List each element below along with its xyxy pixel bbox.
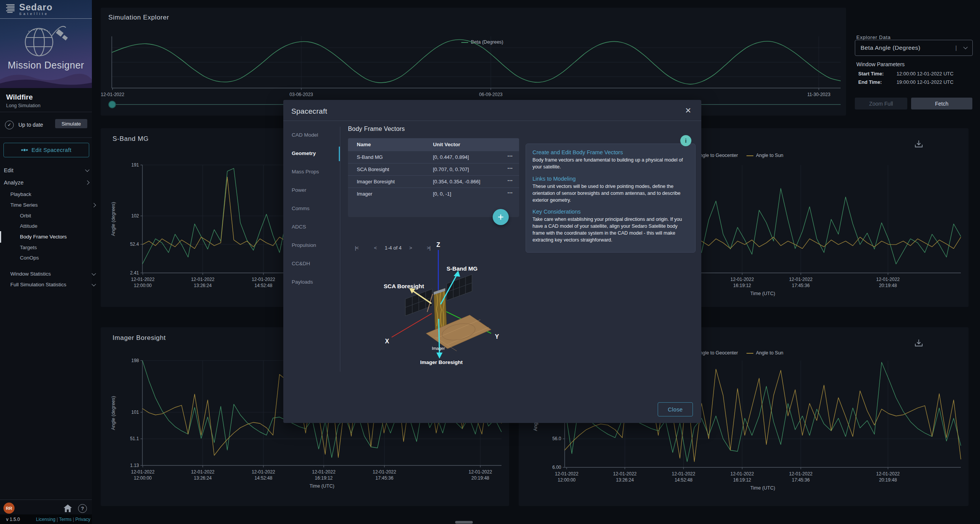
info-body: Body frame vectors are fundamental to bu… bbox=[532, 157, 689, 171]
chevron-right-icon bbox=[85, 180, 89, 184]
row-menu-icon[interactable]: ••• bbox=[508, 167, 513, 170]
svg-text:11-30-2023: 11-30-2023 bbox=[807, 92, 831, 97]
spacecraft-icon bbox=[21, 147, 28, 153]
spacecraft-3d-viewer[interactable]: Z X Y S-Band MG SCA Boresight Imager Ima… bbox=[369, 235, 523, 384]
svg-text:03-06-2023: 03-06-2023 bbox=[289, 92, 313, 97]
row-menu-icon[interactable]: ••• bbox=[508, 154, 513, 158]
tab-mass-props[interactable]: Mass Props bbox=[292, 169, 338, 178]
table-row[interactable]: S-Band MG [0, 0.447, 0.894] ••• bbox=[348, 151, 519, 163]
tab-geometry[interactable]: Geometry bbox=[292, 150, 338, 160]
body-frame-vectors-table: Name Unit Vector S-Band MG [0, 0.447, 0.… bbox=[348, 138, 519, 217]
brand-block: Sedaro Satellite Mission Designer bbox=[0, 0, 92, 88]
svg-text:12-01-202217:45:36: 12-01-202217:45:36 bbox=[789, 471, 813, 483]
privacy-link[interactable]: Privacy bbox=[75, 517, 90, 522]
active-tab-indicator bbox=[339, 147, 340, 161]
svg-text:12-01-202213:26:24: 12-01-202213:26:24 bbox=[613, 471, 637, 483]
product-title: Mission Designer bbox=[0, 60, 92, 71]
info-heading: Key Considerations bbox=[532, 209, 689, 215]
sidebar-item-playback[interactable]: Playback bbox=[0, 189, 102, 199]
sidebar-item-body-frame-vectors[interactable]: Body Frame Vectors bbox=[0, 232, 112, 242]
svg-text:51.1: 51.1 bbox=[130, 436, 139, 441]
svg-text:12-01-202212:00:00: 12-01-202212:00:00 bbox=[131, 469, 155, 481]
tab-power[interactable]: Power bbox=[292, 187, 338, 196]
tab-propulsion[interactable]: Propulsion bbox=[292, 242, 338, 251]
close-button[interactable]: Close bbox=[658, 402, 693, 416]
table-row[interactable]: SCA Boresight [0.707, 0, 0.707] ••• bbox=[348, 163, 519, 176]
sidebar-item-edit[interactable]: Edit bbox=[0, 165, 96, 175]
column-header-name: Name bbox=[357, 142, 371, 147]
y-axis-label: Y bbox=[495, 333, 499, 340]
svg-text:12-01-202217:45:36: 12-01-202217:45:36 bbox=[373, 469, 397, 481]
chevron-down-icon bbox=[963, 45, 967, 49]
svg-text:12-01-202214:52:48: 12-01-202214:52:48 bbox=[252, 469, 275, 481]
zoom-full-button[interactable]: Zoom Full bbox=[855, 98, 907, 109]
svg-text:Time (UTC): Time (UTC) bbox=[750, 291, 775, 296]
chevron-down-icon bbox=[85, 168, 89, 172]
tab-comms[interactable]: Comms bbox=[292, 206, 338, 215]
table-row[interactable]: Imager Boresight [0.354, 0.354, -0.866] … bbox=[348, 176, 519, 188]
version-label: v 1.5.0 bbox=[6, 517, 20, 522]
beta-angle-chart[interactable]: 12-01-202203-06-202306-09-202311-30-2023 bbox=[101, 8, 846, 116]
fetch-button[interactable]: Fetch bbox=[911, 98, 972, 109]
tab-payloads[interactable]: Payloads bbox=[292, 279, 338, 288]
section-heading: Body Frame Vectors bbox=[348, 126, 405, 132]
info-body: These unit vectors will be used to drive… bbox=[532, 183, 689, 204]
avatar[interactable]: RR bbox=[3, 503, 15, 514]
sidebar-item-time-series[interactable]: Time Series bbox=[0, 200, 102, 210]
chevron-down-icon bbox=[91, 271, 96, 276]
table-header: Name Unit Vector bbox=[348, 138, 519, 151]
time-range-slider-handle[interactable] bbox=[108, 101, 116, 108]
table-row[interactable]: Imager [0, 0, -1] ••• bbox=[348, 188, 519, 200]
licensing-link[interactable]: Licensing bbox=[36, 517, 56, 522]
terms-link[interactable]: Terms bbox=[59, 517, 72, 522]
svg-text:12-01-202217:45:36: 12-01-202217:45:36 bbox=[789, 277, 813, 288]
sidebar-item-full-simulation-statistics[interactable]: Full Simulation Statistics bbox=[0, 280, 102, 290]
sidebar-item-attitude[interactable]: Attitude bbox=[0, 221, 112, 231]
end-time-value: 19:00:00 12-01-2022 UTC bbox=[897, 79, 954, 85]
svg-text:12-01-202220:19:48: 12-01-202220:19:48 bbox=[876, 277, 900, 288]
column-header-unit-vector: Unit Vector bbox=[433, 142, 460, 147]
explorer-data-select[interactable]: Beta Angle (Degrees) | bbox=[855, 40, 973, 56]
sidebar-item-analyze[interactable]: Analyze bbox=[0, 178, 96, 188]
svg-text:12-01-2022: 12-01-2022 bbox=[101, 92, 124, 97]
svg-text:Time (UTC): Time (UTC) bbox=[310, 483, 335, 489]
svg-text:2.41: 2.41 bbox=[130, 270, 139, 276]
svg-text:102: 102 bbox=[131, 213, 139, 219]
info-heading: Links to Modeling bbox=[532, 176, 689, 182]
row-menu-icon[interactable]: ••• bbox=[508, 179, 513, 183]
start-time-value: 12:00:00 12-01-2022 UTC bbox=[897, 71, 954, 77]
svg-text:12-01-202216:19:12: 12-01-202216:19:12 bbox=[312, 469, 336, 481]
info-icon[interactable]: i bbox=[680, 135, 691, 146]
svg-text:52.4: 52.4 bbox=[130, 242, 139, 247]
selected-item-indicator bbox=[0, 231, 1, 243]
horizontal-scrollbar[interactable] bbox=[455, 521, 473, 524]
sidebar-item-window-statistics[interactable]: Window Statistics bbox=[0, 269, 102, 279]
divider bbox=[0, 112, 92, 112]
wave-decoration bbox=[0, 68, 92, 88]
home-icon[interactable] bbox=[63, 504, 72, 513]
simulate-button[interactable]: Simulate bbox=[55, 119, 87, 128]
explorer-data-label: Explorer Data bbox=[856, 34, 891, 40]
row-menu-icon[interactable]: ••• bbox=[508, 191, 513, 195]
svg-text:12-01-202213:26:24: 12-01-202213:26:24 bbox=[191, 277, 215, 288]
chevron-right-icon bbox=[91, 203, 96, 207]
svg-text:101: 101 bbox=[131, 410, 139, 415]
pagination-first[interactable]: |< bbox=[355, 245, 358, 251]
svg-text:Time (UTC): Time (UTC) bbox=[750, 485, 775, 491]
x-axis bbox=[392, 313, 432, 337]
sidebar-item-orbit[interactable]: Orbit bbox=[0, 211, 112, 221]
info-heading: Create and Edit Body Frame Vectors bbox=[532, 149, 689, 155]
tab-ccdh[interactable]: CC&DH bbox=[292, 261, 338, 270]
info-body: Take care when establishing your princip… bbox=[532, 216, 689, 244]
sidebar-item-targets[interactable]: Targets bbox=[0, 243, 112, 253]
help-icon[interactable]: ? bbox=[78, 504, 87, 513]
brand-name: Sedaro bbox=[19, 3, 52, 11]
sidebar-item-conops[interactable]: ConOps bbox=[0, 253, 112, 263]
edit-spacecraft-button[interactable]: Edit Spacecraft bbox=[3, 143, 89, 157]
tab-adcs[interactable]: ADCS bbox=[292, 224, 338, 233]
close-icon[interactable]: × bbox=[685, 105, 691, 115]
tab-cad-model[interactable]: CAD Model bbox=[292, 132, 338, 141]
sidebar-footer: v 1.5.0 Licensing | Terms | Privacy bbox=[0, 514, 92, 524]
earth-satellite-graphic bbox=[15, 20, 77, 58]
add-vector-button[interactable]: + bbox=[493, 209, 509, 225]
